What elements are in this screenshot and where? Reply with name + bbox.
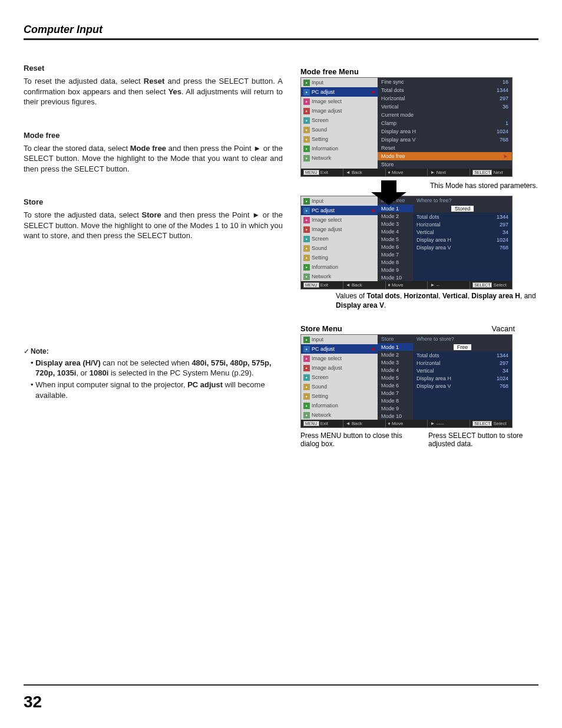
store-menu-title: Store Menu xyxy=(300,324,491,333)
menu-item-pc-adjust[interactable]: ▪PC adjust◄ xyxy=(301,206,378,215)
menu-item-network[interactable]: ▪Network xyxy=(301,272,378,281)
menu-item-network[interactable]: ▪Network xyxy=(301,410,378,420)
menu-label: Screen xyxy=(312,236,329,242)
menu-label: Screen xyxy=(312,374,329,380)
menu-item-sound[interactable]: ▪Sound xyxy=(301,243,378,253)
menu-item-image-adjust[interactable]: ▪Image adjust xyxy=(301,225,378,234)
note-heading: ✓Note: xyxy=(24,347,283,355)
mode-item[interactable]: Mode 5 xyxy=(378,374,413,381)
values-caption: Values of Total dots, Horizontal, Vertic… xyxy=(336,292,538,310)
mode-item[interactable]: Mode 3 xyxy=(378,220,413,228)
vacant-label: Vacant xyxy=(491,324,515,333)
mode-item[interactable]: Mode 4 xyxy=(378,228,413,235)
menu-item-sound[interactable]: ▪Sound xyxy=(301,382,378,391)
menu-label: Image adjust xyxy=(312,108,342,114)
osd-row[interactable]: Fine sync16 xyxy=(378,78,512,86)
osd-row[interactable]: Display area H1024 xyxy=(378,127,512,136)
foot-move: ♦ Move xyxy=(386,169,428,176)
menu-item-setting[interactable]: ▪Setting xyxy=(301,134,378,144)
menu-label: Input xyxy=(312,198,323,204)
menu-item-information[interactable]: ▪Information xyxy=(301,401,378,410)
mode-item[interactable]: Mode 10 xyxy=(378,412,413,420)
mode-item[interactable]: Mode 7 xyxy=(378,389,413,397)
text: is selected in the PC System Menu (p.29)… xyxy=(108,368,253,377)
mode-item[interactable]: Mode 5 xyxy=(378,235,413,243)
param-value: 34 xyxy=(503,229,508,235)
mode-item[interactable]: Mode 10 xyxy=(378,274,413,281)
mode-item[interactable]: Mode 6 xyxy=(378,381,413,389)
menu-item-pc-adjust[interactable]: ▪PC adjust◄ xyxy=(301,344,378,354)
menu-icon: ▪ xyxy=(303,412,310,419)
param-row: Display area H1024 xyxy=(413,236,512,243)
menu-label: Information xyxy=(312,264,338,270)
triangle-right-icon: ► xyxy=(503,153,508,159)
menu-label: PC adjust xyxy=(312,207,335,213)
menu-label: Network xyxy=(312,155,331,161)
mode-item[interactable]: Mode 3 xyxy=(378,358,413,366)
menu-icon: ▪ xyxy=(303,374,310,381)
osd-row[interactable]: Display area V768 xyxy=(378,136,512,144)
param-label: Horizontal xyxy=(416,222,441,228)
osd-row[interactable]: Reset xyxy=(378,144,512,152)
osd-row[interactable]: Current mode xyxy=(378,111,512,119)
menu-item-image-select[interactable]: ▪Image select xyxy=(301,215,378,225)
param-label: Total dots xyxy=(416,353,439,358)
menu-item-image-select[interactable]: ▪Image select xyxy=(301,97,378,106)
menu-label: Setting xyxy=(312,255,328,261)
mode-item[interactable]: Mode 9 xyxy=(378,266,413,274)
menu-item-screen[interactable]: ▪Screen xyxy=(301,234,378,243)
menu-icon: ▪ xyxy=(303,365,310,371)
param-row: Display area V768 xyxy=(413,243,512,251)
menu-label: Sound xyxy=(312,245,327,251)
menu-item-setting[interactable]: ▪Setting xyxy=(301,391,378,401)
menu-item-setting[interactable]: ▪Setting xyxy=(301,253,378,262)
menu-item-input[interactable]: ▪Input xyxy=(301,196,378,206)
param-label: Vertical xyxy=(416,229,434,235)
menu-item-information[interactable]: ▪Information xyxy=(301,144,378,153)
reset-body: To reset the adjusted data, select Reset… xyxy=(24,76,283,107)
menu-icon: ▪ xyxy=(303,127,310,133)
row-value: 16 xyxy=(503,79,508,85)
menu-icon: ▪ xyxy=(303,108,310,114)
menu-label: Information xyxy=(312,403,338,409)
row-value: 36 xyxy=(503,104,508,110)
arrow-right-icon: ◄ xyxy=(370,207,375,213)
param-value: 768 xyxy=(500,383,508,389)
foot-next: ► Next xyxy=(428,169,470,176)
menu-item-sound[interactable]: ▪Sound xyxy=(301,125,378,134)
menu-item-screen[interactable]: ▪Screen xyxy=(301,373,378,382)
menu-item-image-adjust[interactable]: ▪Image adjust xyxy=(301,363,378,373)
menu-item-image-adjust[interactable]: ▪Image adjust xyxy=(301,106,378,116)
mode-item[interactable]: Mode 2 xyxy=(378,212,413,220)
menu-item-image-select[interactable]: ▪Image select xyxy=(301,354,378,363)
menu-item-input[interactable]: ▪Input xyxy=(301,78,378,87)
row-value: 1 xyxy=(505,120,508,126)
note-item: When input computer signal to the projec… xyxy=(35,380,283,400)
mode-item[interactable]: Mode 9 xyxy=(378,404,413,412)
stored-badge: Stored xyxy=(451,206,474,212)
menu-item-pc-adjust[interactable]: ▪PC adjust◄ xyxy=(301,87,378,97)
osd-row[interactable]: Clamp1 xyxy=(378,119,512,127)
mode-item[interactable]: Mode 6 xyxy=(378,243,413,251)
mode-item[interactable]: Mode 1 xyxy=(378,343,413,351)
mode-item[interactable]: Mode 8 xyxy=(378,397,413,404)
mode-item[interactable]: Mode 1 xyxy=(378,205,413,212)
osd-row[interactable]: Total dots1344 xyxy=(378,86,512,94)
mode-item[interactable]: Mode 2 xyxy=(378,351,413,358)
mode-item[interactable]: Mode 7 xyxy=(378,251,413,258)
menu-item-information[interactable]: ▪Information xyxy=(301,262,378,272)
text: To reset the adjusted data, select xyxy=(24,77,144,85)
menu-item-screen[interactable]: ▪Screen xyxy=(301,116,378,125)
osd-row[interactable]: Mode free► xyxy=(378,152,512,160)
text: When input computer signal to the projec… xyxy=(35,380,187,389)
row-label: Total dots xyxy=(381,87,404,93)
osd-row[interactable]: Store xyxy=(378,160,512,169)
menu-icon: ▪ xyxy=(303,217,310,223)
osd-row[interactable]: Horizontal297 xyxy=(378,94,512,103)
param-label: Vertical xyxy=(416,368,434,374)
menu-item-input[interactable]: ▪Input xyxy=(301,335,378,344)
menu-item-network[interactable]: ▪Network xyxy=(301,153,378,163)
mode-item[interactable]: Mode 4 xyxy=(378,366,413,374)
mode-item[interactable]: Mode 8 xyxy=(378,258,413,266)
osd-row[interactable]: Vertical36 xyxy=(378,103,512,111)
